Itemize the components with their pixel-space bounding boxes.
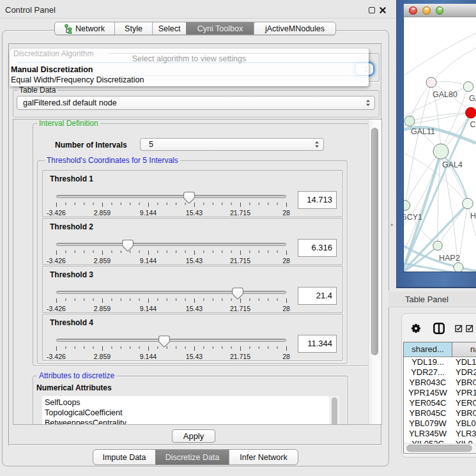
split-divider-arrow[interactable] xyxy=(391,224,394,226)
network-node-label: GAL xyxy=(469,94,476,103)
tab-label: Network xyxy=(75,24,105,33)
table-row[interactable]: YBR045CYBR0 xyxy=(404,408,476,418)
table-cell: YER054C xyxy=(404,398,452,408)
table-row[interactable]: YLR345WYLR3 xyxy=(404,429,476,439)
table-row[interactable]: YDR27...YDR2 xyxy=(404,367,476,378)
ghost-focusring xyxy=(17,62,369,63)
table-column-name[interactable]: na xyxy=(452,342,476,357)
table-cell: YIL052C xyxy=(404,439,452,443)
tab-impute-data[interactable]: Impute Data xyxy=(93,450,155,464)
tab-cyni-toolbox[interactable]: Cyni Toolbox xyxy=(186,22,254,35)
close-icon[interactable] xyxy=(379,6,387,14)
threshold-slider-thumb[interactable] xyxy=(158,335,171,349)
split-columns-icon[interactable] xyxy=(433,323,445,334)
network-node[interactable] xyxy=(433,241,443,250)
threshold-slider-thumb[interactable] xyxy=(183,192,196,205)
tab-label: Select xyxy=(158,24,181,33)
network-node[interactable] xyxy=(404,116,415,127)
checkbox-icon[interactable] xyxy=(455,325,463,332)
float-icon[interactable] xyxy=(369,7,375,13)
slider-tick-label: 9.144 xyxy=(129,209,167,217)
network-node[interactable] xyxy=(426,77,436,88)
table-body: YDL19...YDL1YDR27...YDR2YBR043CYBR0YPR14… xyxy=(404,357,476,443)
slider-tick-label: 9.144 xyxy=(129,257,167,265)
zoom-traffic-light[interactable] xyxy=(436,6,444,15)
dropdown-option[interactable]: Manual Discretization xyxy=(11,65,93,75)
tab-select[interactable]: Select xyxy=(152,22,186,35)
slider-tick-label: 2.859 xyxy=(83,353,121,360)
interval-definition-title: Interval Definition xyxy=(37,119,100,127)
threshold-row: Threshold 4-3.4262.8599.14415.4321.71528… xyxy=(42,314,343,361)
network-node[interactable] xyxy=(404,201,410,211)
network-edge xyxy=(431,81,468,86)
network-node[interactable] xyxy=(466,107,476,118)
network-node[interactable] xyxy=(454,263,463,272)
dropdown-option[interactable]: Equal Width/Frequency Discretization xyxy=(11,75,144,85)
threshold-value-field[interactable]: 21.4 xyxy=(298,287,337,305)
table-cell: YDR2 xyxy=(456,367,476,378)
threshold-slider-track[interactable] xyxy=(56,195,286,198)
slider-tick-label: -3.426 xyxy=(37,209,75,217)
tab-style[interactable]: Style xyxy=(114,22,152,35)
tab-infer-network[interactable]: Infer Network xyxy=(229,450,298,464)
table-row[interactable]: YER054CYER0 xyxy=(404,398,476,408)
threshold-value-field[interactable]: 14.713 xyxy=(298,191,337,209)
threshold-slider-thumb[interactable] xyxy=(121,240,134,253)
gear-icon[interactable] xyxy=(411,323,421,334)
threshold-value-field[interactable]: 11.344 xyxy=(298,335,337,353)
network-edge-highlighted xyxy=(404,263,476,272)
threshold-slider-track[interactable] xyxy=(56,243,286,246)
table-data-combo-value: galFiltered.sif default node xyxy=(23,98,117,107)
table-cell: YER0 xyxy=(456,398,476,408)
tab-discretize-data[interactable]: Discretize Data xyxy=(155,450,229,464)
table-row[interactable]: YBL079WYBL0 xyxy=(404,418,476,429)
network-node[interactable] xyxy=(463,198,473,209)
slider-tick-label: -3.426 xyxy=(37,305,75,312)
threshold-slider-thumb[interactable] xyxy=(231,288,244,301)
threshold-slider-track[interactable] xyxy=(56,339,286,342)
table-hscrollbar-thumb[interactable] xyxy=(406,445,472,452)
network-node[interactable] xyxy=(463,82,473,91)
attribute-list-item[interactable]: TopologicalCoefficient xyxy=(42,408,329,418)
table-cell: YIL0 xyxy=(456,439,473,443)
network-node-label: GCY1 xyxy=(404,213,422,222)
table-row[interactable]: YDL19...YDL1 xyxy=(404,357,476,367)
intervals-combobox[interactable]: 5 xyxy=(140,138,324,151)
threshold-row: Threshold 3-3.4262.8599.14415.4321.71528… xyxy=(42,266,343,313)
combo-arrows-icon xyxy=(365,100,371,107)
table-row[interactable]: YBR043CYBR0 xyxy=(404,378,476,388)
bottom-tabbar: Impute DataDiscretize DataInfer Network xyxy=(93,449,298,465)
attribute-list-item[interactable]: SelfLoops xyxy=(42,397,329,408)
tab-jactivemnodules[interactable]: jActiveMNodules xyxy=(254,22,335,35)
attributes-list-scrollbar[interactable] xyxy=(329,396,339,424)
tab-network[interactable]: Network xyxy=(55,22,114,35)
attribute-list-item[interactable]: BetweennessCentrality xyxy=(42,418,329,424)
threshold-label: Threshold 2 xyxy=(50,222,93,231)
table-cell: YDL1 xyxy=(456,357,476,367)
table-border xyxy=(403,453,476,454)
table-row[interactable]: YPR145WYPR1 xyxy=(404,388,476,398)
attributes-list[interactable]: SelfLoopsTopologicalCoefficientBetweenne… xyxy=(42,396,329,424)
settings-scrollbar-thumb[interactable] xyxy=(371,128,378,355)
threshold-value-field[interactable]: 6.316 xyxy=(298,239,337,257)
slider-tick-label: 21.715 xyxy=(221,305,259,312)
numerical-attributes-label: Numerical Attributes xyxy=(36,383,112,392)
table-column-shared[interactable]: shared... xyxy=(404,342,452,357)
table-row[interactable]: YIL052CYIL0 xyxy=(404,439,476,443)
minimize-traffic-light[interactable] xyxy=(422,6,431,15)
control-panel-tabbar: NetworkStyleSelectCyni ToolboxjActiveMNo… xyxy=(54,22,336,35)
close-traffic-light[interactable] xyxy=(409,6,417,15)
table-panel-title: Table Panel xyxy=(405,295,449,304)
table-data-combobox[interactable]: galFiltered.sif default node xyxy=(17,96,375,110)
slider-ticks xyxy=(56,298,288,303)
threshold-slider-track[interactable] xyxy=(56,291,286,294)
slider-ticks xyxy=(56,346,288,351)
apply-button[interactable]: Apply xyxy=(172,429,215,443)
table-data-group-title: Table Data xyxy=(17,86,58,94)
slider-tick-label: 2.859 xyxy=(83,305,121,312)
slider-tick-label: 9.144 xyxy=(129,353,167,360)
network-canvas[interactable]: GAL80GALCGAL11GAL4GCY1HHAP2 xyxy=(404,17,476,272)
network-node[interactable] xyxy=(433,144,449,159)
network-node-label: GAL11 xyxy=(411,127,435,136)
checkbox-icon[interactable] xyxy=(466,325,473,332)
